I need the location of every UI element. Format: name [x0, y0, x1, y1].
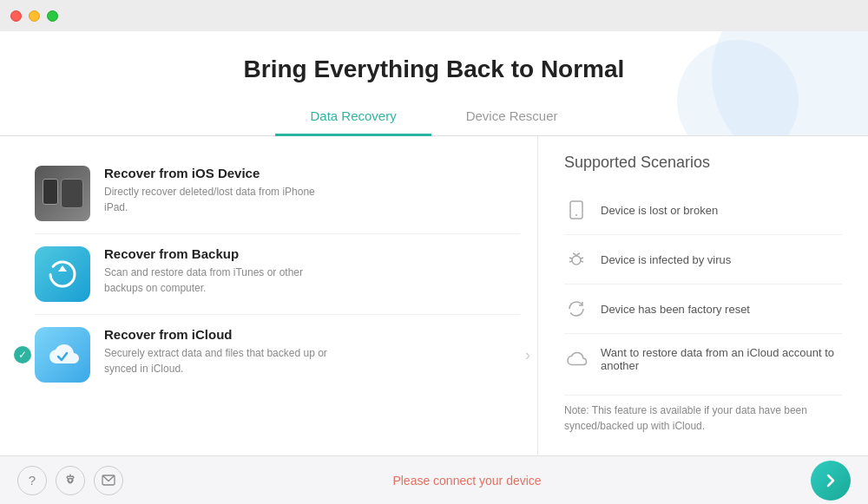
bg-decoration: [608, 31, 868, 135]
next-arrow-icon: [822, 472, 839, 489]
help-button[interactable]: ?: [17, 466, 47, 495]
icloud-icon: [35, 327, 90, 383]
mail-button[interactable]: [94, 466, 123, 495]
svg-point-4: [572, 256, 581, 265]
device-lost-icon: [564, 198, 589, 222]
scenarios-title: Supported Scenarios: [564, 154, 842, 172]
next-button[interactable]: [811, 461, 851, 501]
scenario-icloud-restore-text: Want to restore data from an iCloud acco…: [601, 346, 842, 372]
status-text: Please connect your device: [392, 474, 541, 488]
tab-device-rescuer[interactable]: Device Rescuer: [431, 101, 593, 136]
bottom-left-icons: ?: [17, 466, 123, 495]
svg-line-7: [581, 258, 583, 259]
scenario-lost-broken-text: Device is lost or broken: [601, 204, 718, 217]
divider-2: [564, 284, 842, 285]
note-text: Note: This feature is available if your …: [564, 395, 842, 434]
icloud-desc: Securely extract data and files that bac…: [104, 345, 330, 376]
backup-svg-icon: [47, 259, 78, 290]
svg-marker-1: [58, 265, 67, 272]
backup-title: Recover from Backup: [104, 246, 330, 261]
backup-option[interactable]: Recover from Backup Scan and restore dat…: [35, 234, 520, 315]
ios-device-desc: Directly recover deleted/lost data from …: [104, 184, 330, 215]
bottom-bar: ? Please connect your device: [0, 455, 868, 504]
scenario-virus-text: Device is infected by virus: [601, 253, 731, 266]
divider-3: [564, 333, 842, 334]
backup-icon: [35, 246, 90, 302]
scenario-virus: Device is infected by virus: [564, 239, 842, 280]
arrow-separator: ›: [525, 346, 530, 364]
selected-checkmark: ✓: [14, 346, 31, 363]
scenario-icloud-restore: Want to restore data from an iCloud acco…: [564, 337, 842, 381]
icloud-option[interactable]: ✓ Recover from iCloud Securely extract d…: [35, 315, 520, 395]
scenario-factory-reset: Device has been factory reset: [564, 288, 842, 330]
bug-icon: [564, 247, 589, 272]
ios-device-title: Recover from iOS Device: [104, 166, 330, 180]
content-area: Recover from iOS Device Directly recover…: [0, 136, 868, 456]
right-panel: Supported Scenarios Device is lost or br…: [538, 136, 868, 456]
ios-device-text: Recover from iOS Device Directly recover…: [104, 166, 330, 215]
backup-text: Recover from Backup Scan and restore dat…: [104, 246, 330, 296]
svg-line-6: [569, 261, 572, 262]
main-content: Bring Everything Back to Normal Data Rec…: [0, 31, 868, 455]
help-icon: ?: [29, 473, 36, 488]
tab-data-recovery[interactable]: Data Recovery: [275, 101, 431, 136]
backup-desc: Scan and restore data from iTunes or oth…: [104, 265, 330, 296]
minimize-button[interactable]: [29, 10, 40, 22]
svg-line-8: [581, 261, 583, 262]
divider-1: [564, 234, 842, 235]
icloud-svg-icon: [44, 341, 81, 369]
close-button[interactable]: [10, 10, 22, 22]
bottom-status: Please connect your device: [123, 474, 811, 488]
ios-device-icon: [35, 166, 90, 221]
icloud-text: Recover from iCloud Securely extract dat…: [104, 327, 330, 376]
icloud-title: Recover from iCloud: [104, 327, 330, 342]
cloud-restore-icon: [564, 347, 589, 371]
scenario-lost-broken: Device is lost or broken: [564, 189, 842, 231]
scenario-factory-reset-text: Device has been factory reset: [601, 303, 750, 316]
svg-line-5: [569, 258, 572, 259]
titlebar: [0, 0, 868, 31]
mail-icon: [102, 475, 115, 486]
status-device-text: device: [506, 474, 541, 488]
settings-gear-icon: [63, 474, 77, 488]
left-panel: Recover from iOS Device Directly recover…: [0, 136, 538, 456]
ios-device-option[interactable]: Recover from iOS Device Directly recover…: [35, 154, 520, 234]
settings-button[interactable]: [56, 466, 85, 495]
reset-icon: [564, 297, 589, 321]
maximize-button[interactable]: [47, 10, 58, 22]
